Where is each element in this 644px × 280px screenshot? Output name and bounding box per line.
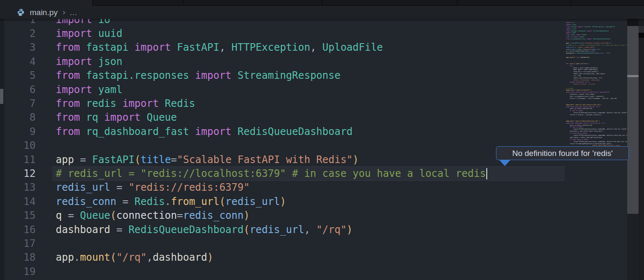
- line-number[interactable]: 18: [0, 251, 36, 263]
- line-number[interactable]: 10: [0, 140, 36, 151]
- code-line-2[interactable]: 2import uuid: [0, 26, 644, 40]
- code-token: ): [610, 52, 610, 54]
- line-number[interactable]: 4: [0, 56, 36, 67]
- code-token: =: [117, 196, 135, 207]
- code-token: rq: [86, 111, 104, 123]
- code-line-17[interactable]: 17: [0, 236, 644, 250]
- line-number[interactable]: 5: [0, 70, 36, 81]
- line-number[interactable]: 11: [0, 154, 36, 166]
- code-token: uuid: [98, 28, 122, 39]
- code-token: "Scalable FastAPI with Redis": [177, 154, 353, 166]
- code-token: FastAPI: [177, 41, 219, 53]
- code-line-19[interactable]: 19: [0, 264, 644, 278]
- code-line-12[interactable]: 12# redis_url = "redis://localhost:6379"…: [0, 166, 644, 180]
- tab-bar[interactable]: [0, 0, 644, 6]
- code-token: import: [195, 70, 237, 81]
- code-line-6[interactable]: 6import yaml: [0, 83, 644, 96]
- code-line-7[interactable]: 7from redis import Redis: [0, 96, 644, 110]
- line-content[interactable]: app.mount("/rq",dashboard): [56, 251, 213, 263]
- code-pane[interactable]: 1import io2import uuid3from fastapi impo…: [0, 13, 644, 278]
- code-token: app: [56, 154, 74, 166]
- line-content[interactable]: from redis import Redis: [56, 98, 195, 109]
- line-number[interactable]: 16: [0, 224, 36, 236]
- line-number[interactable]: 13: [0, 181, 36, 193]
- code-token: redis_url: [56, 181, 110, 193]
- code-token: import: [135, 41, 177, 53]
- line-content[interactable]: from fastapi import FastAPI, HTTPExcepti…: [56, 41, 383, 53]
- code-token: ): [347, 224, 353, 236]
- code-token: import: [566, 32, 572, 34]
- code-token: ,: [219, 41, 231, 53]
- code-token: StreamingResponse: [593, 30, 609, 32]
- vertical-scrollbar-thumb[interactable]: [627, 26, 639, 214]
- line-number[interactable]: 12: [0, 168, 36, 179]
- minimap[interactable]: import ioimport uuidfrom fastapi import …: [565, 19, 627, 228]
- line-content[interactable]: app = FastAPI(title="Scalable FastAPI wi…: [56, 154, 359, 166]
- active-tab-stub[interactable]: [0, 0, 92, 6]
- code-line-8[interactable]: 8from rq import Queue: [0, 111, 644, 124]
- code-token: redis_url: [226, 196, 280, 207]
- code-token: async def convert_json_to_yaml(file: Upl…: [566, 91, 610, 93]
- code-token: ): [600, 49, 600, 50]
- line-number[interactable]: 6: [0, 84, 36, 96]
- code-line-4[interactable]: 4import json: [0, 54, 644, 68]
- line-content[interactable]: from rq import Queue: [56, 111, 177, 123]
- code-token: from: [566, 26, 571, 28]
- line-content[interactable]: redis_url = "redis://redis:6379": [56, 181, 249, 193]
- line-content[interactable]: import uuid: [56, 28, 122, 39]
- line-content[interactable]: redis_conn = Redis.from_url(redis_url): [56, 196, 286, 207]
- line-number[interactable]: 7: [0, 98, 36, 109]
- code-token: connection: [575, 50, 584, 52]
- line-number[interactable]: 3: [0, 41, 36, 53]
- code-line-15[interactable]: 15q = Queue(connection=redis_conn): [0, 208, 644, 222]
- code-token: import: [566, 24, 572, 26]
- code-line-3[interactable]: 3from fastapi import FastAPI, HTTPExcept…: [0, 41, 644, 54]
- code-line-18[interactable]: 18app.mount("/rq",dashboard): [0, 251, 644, 264]
- line-content[interactable]: import yaml: [56, 84, 122, 96]
- code-line-9[interactable]: 9from rq_dashboard_fast import RedisQueu…: [0, 124, 644, 138]
- left-strip-handle[interactable]: [0, 89, 3, 104]
- code-token: connection: [117, 210, 177, 221]
- definition-hover-tooltip: No definition found for 'redis': [496, 146, 629, 160]
- line-content[interactable]: q = Queue(connection=redis_conn): [56, 210, 249, 221]
- breadcrumb-file-name[interactable]: main.py: [30, 8, 58, 17]
- code-token: ttl = 60: [566, 75, 581, 77]
- line-content[interactable]: dashboard = RedisQueueDashboard(redis_ur…: [56, 224, 353, 236]
- line-number[interactable]: 17: [0, 238, 36, 249]
- code-token: redis_conn.expire(uniq_key, ttl): [566, 77, 602, 79]
- code-line-13[interactable]: 13redis_url = "redis://redis:6379": [0, 181, 644, 194]
- line-content[interactable]: from fastapi.responses import StreamingR…: [56, 70, 340, 81]
- code-token: def: [566, 63, 570, 65]
- code-token: q: [56, 210, 62, 221]
- code-token: RedisQueueDashboard: [238, 126, 353, 137]
- breadcrumb: main.py › …: [0, 6, 644, 19]
- line-number[interactable]: 2: [0, 28, 36, 39]
- vertical-scrollbar-track[interactable]: [627, 214, 639, 280]
- line-number[interactable]: 9: [0, 126, 36, 137]
- code-token: # redis_url = "redis://localhost:6379" #…: [566, 44, 627, 46]
- code-token: RedisQueueDashboard: [593, 38, 610, 40]
- breadcrumb-ellipsis[interactable]: …: [70, 8, 78, 17]
- code-token: @app.post("/api/v1/convert"): [566, 89, 592, 91]
- code-editor[interactable]: 1import io2import uuid3from fastapi impo…: [0, 0, 644, 280]
- line-number[interactable]: 15: [0, 210, 36, 221]
- code-token: title: [579, 42, 583, 44]
- code-token: contents = await file.read(): [566, 93, 595, 95]
- code-token: if yaml_data is None:: [566, 139, 589, 140]
- code-token: dashboard: [581, 57, 589, 58]
- code-line-16[interactable]: 16dashboard = RedisQueueDashboard(redis_…: [0, 223, 644, 236]
- tab-separator: [92, 0, 93, 5]
- python-file-icon: [17, 8, 25, 16]
- code-token: Redis: [578, 49, 582, 50]
- line-number[interactable]: 19: [0, 266, 36, 277]
- line-content[interactable]: # redis_url = "redis://localhost:6379" #…: [56, 168, 487, 180]
- code-token: return {"status": job.get_status()}: [566, 114, 601, 116]
- code-token: fastapi: [86, 41, 135, 53]
- code-line-14[interactable]: 14redis_conn = Redis.from_url(redis_url): [0, 194, 644, 208]
- line-content[interactable]: import json: [56, 56, 122, 67]
- code-line-5[interactable]: 5from fastapi.responses import Streaming…: [0, 69, 644, 83]
- line-number[interactable]: 8: [0, 111, 36, 123]
- line-content[interactable]: from rq_dashboard_fast import RedisQueue…: [56, 126, 353, 137]
- line-number[interactable]: 14: [0, 196, 36, 207]
- code-token: redis: [571, 34, 576, 36]
